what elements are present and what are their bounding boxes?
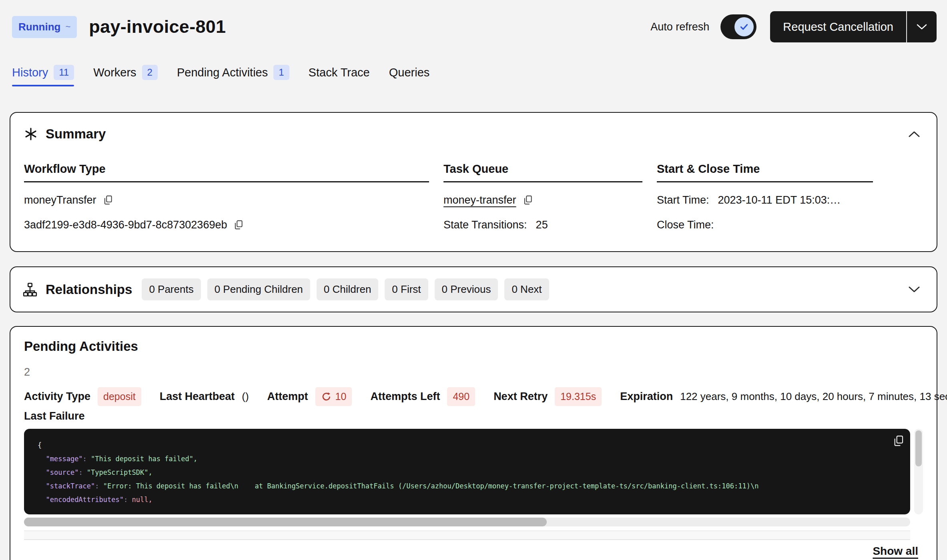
task-queue-column: Task Queue money-transfer State Transiti… bbox=[443, 162, 642, 232]
chevron-down-icon bbox=[916, 23, 928, 30]
tab-workers[interactable]: Workers2 bbox=[93, 65, 158, 86]
copy-icon bbox=[893, 434, 905, 447]
workflow-type-header: Workflow Type bbox=[24, 162, 429, 182]
pending-activities-count: 2 bbox=[24, 366, 923, 378]
code-token: "encodedAttributes" bbox=[46, 496, 123, 504]
code-token: "stackTrace" bbox=[46, 482, 95, 490]
tab-label: Pending Activities bbox=[177, 66, 268, 79]
code-vertical-scrollbar[interactable] bbox=[914, 429, 923, 514]
check-icon bbox=[738, 21, 750, 32]
tab-label: Stack Trace bbox=[309, 66, 370, 79]
tab-label: Workers bbox=[93, 66, 136, 79]
last-failure-code-block: { "message": "This deposit has failed", … bbox=[24, 429, 910, 514]
field-next-retry: Next Retry19.315s bbox=[494, 387, 602, 406]
code-token bbox=[38, 455, 46, 463]
field-label: Next Retry bbox=[494, 390, 548, 403]
copy-icon bbox=[103, 194, 113, 206]
relationship-badge-0-previous: 0 Previous bbox=[435, 278, 498, 300]
field-last-heartbeat: Last Heartbeat() bbox=[160, 390, 249, 403]
tab-label: History bbox=[12, 66, 48, 79]
tab-count-badge: 1 bbox=[273, 65, 289, 80]
task-queue-header: Task Queue bbox=[443, 162, 642, 182]
workflow-type-column: Workflow Type moneyTransfer 3adf2199-e3d… bbox=[24, 162, 429, 232]
field-label: Attempts Left bbox=[370, 390, 440, 403]
field-label: Attempt bbox=[267, 390, 308, 403]
field-value: 19.315s bbox=[560, 391, 596, 402]
code-token: : bbox=[83, 455, 91, 463]
code-token: : bbox=[78, 468, 86, 476]
chevron-down-icon bbox=[908, 286, 921, 294]
horizontal-scrollbar-thumb[interactable] bbox=[24, 518, 547, 526]
field-value: () bbox=[242, 390, 249, 403]
code-line: { bbox=[38, 438, 897, 452]
status-label: Running bbox=[18, 21, 60, 33]
summary-title: Summary bbox=[46, 126, 106, 142]
workflow-run-id: 3adf2199-e3d8-4936-9bd7-8c87302369eb bbox=[24, 219, 227, 231]
field-label: Last Heartbeat bbox=[160, 390, 235, 403]
status-pulse-icon: ~ bbox=[65, 22, 70, 32]
copy-workflow-type-button[interactable] bbox=[103, 194, 113, 206]
field-value: 490 bbox=[453, 391, 469, 402]
workflow-type-value: moneyTransfer bbox=[24, 194, 96, 206]
field-activity-type: Activity Typedeposit bbox=[24, 387, 141, 406]
relationship-badges: 0 Parents0 Pending Children0 Children0 F… bbox=[142, 278, 549, 300]
relationships-card: Relationships 0 Parents0 Pending Childre… bbox=[10, 266, 937, 312]
summary-columns: Workflow Type moneyTransfer 3adf2199-e3d… bbox=[24, 162, 925, 232]
retry-icon bbox=[321, 391, 332, 402]
copy-task-queue-button[interactable] bbox=[523, 194, 533, 206]
code-line: "encodedAttributes": null, bbox=[38, 493, 897, 506]
field-value: 10 bbox=[335, 391, 347, 402]
last-failure-code-wrap: { "message": "This deposit has failed", … bbox=[24, 429, 923, 514]
relationships-collapse-toggle[interactable] bbox=[908, 286, 921, 294]
pending-activities-card: Pending Activities 2 Activity Typedeposi… bbox=[10, 326, 937, 560]
chevron-up-icon bbox=[908, 130, 921, 138]
vertical-scrollbar-thumb[interactable] bbox=[915, 430, 922, 466]
sitemap-icon bbox=[22, 282, 38, 297]
code-token: null, bbox=[132, 496, 152, 504]
tab-stack-trace[interactable]: Stack Trace bbox=[309, 65, 370, 86]
tab-history[interactable]: History11 bbox=[12, 65, 74, 86]
start-time-value: 2023-10-11 EDT 15:03:… bbox=[718, 194, 841, 206]
show-all-link[interactable]: Show all bbox=[873, 545, 918, 558]
tab-queries[interactable]: Queries bbox=[389, 65, 430, 86]
start-time-label: Start Time: bbox=[657, 194, 709, 206]
collapsed-activity-row bbox=[24, 530, 910, 540]
summary-header: Summary bbox=[24, 126, 925, 142]
relationship-badge-0-parents: 0 Parents bbox=[142, 278, 201, 300]
tabs: History11Workers2Pending Activities1Stac… bbox=[0, 65, 947, 86]
field-value-badge: 490 bbox=[447, 387, 475, 406]
copy-code-button[interactable] bbox=[893, 434, 905, 447]
code-token: "message" bbox=[46, 455, 82, 463]
toggle-knob bbox=[734, 17, 754, 36]
field-value: deposit bbox=[103, 391, 136, 402]
relationship-badge-0-pending-children: 0 Pending Children bbox=[207, 278, 310, 300]
tab-pending-activities[interactable]: Pending Activities1 bbox=[177, 65, 289, 86]
auto-refresh-toggle[interactable] bbox=[720, 14, 756, 39]
show-all-row: Show all bbox=[24, 545, 923, 558]
code-token: { bbox=[38, 441, 42, 449]
field-value-badge: deposit bbox=[98, 387, 141, 406]
code-token bbox=[38, 496, 46, 504]
code-line: "message": "This deposit has failed", bbox=[38, 452, 897, 466]
relationship-badge-0-next: 0 Next bbox=[504, 278, 549, 300]
request-cancellation-button[interactable]: Request Cancellation bbox=[770, 11, 937, 42]
field-attempt: Attempt10 bbox=[267, 387, 352, 406]
copy-run-id-button[interactable] bbox=[233, 219, 244, 230]
close-time-label: Close Time: bbox=[657, 219, 714, 231]
cancel-menu-caret[interactable] bbox=[907, 11, 937, 42]
last-failure-label: Last Failure bbox=[24, 410, 923, 422]
field-label: Expiration bbox=[620, 390, 673, 403]
time-column: Start & Close Time Start Time: 2023-10-1… bbox=[657, 162, 873, 232]
tab-count-badge: 2 bbox=[142, 65, 158, 80]
task-queue-link[interactable]: money-transfer bbox=[443, 194, 516, 206]
summary-card: Summary Workflow Type moneyTransfer 3adf… bbox=[10, 112, 937, 252]
relationship-badge-0-children: 0 Children bbox=[317, 278, 379, 300]
code-horizontal-scrollbar[interactable] bbox=[24, 518, 910, 526]
field-attempts-left: Attempts Left490 bbox=[370, 387, 475, 406]
copy-icon bbox=[523, 194, 533, 206]
state-transitions-label: State Transitions: bbox=[443, 219, 527, 231]
pending-activities-title: Pending Activities bbox=[24, 339, 923, 354]
code-token: : bbox=[124, 496, 132, 504]
summary-collapse-toggle[interactable] bbox=[908, 130, 921, 138]
tab-count-badge: 11 bbox=[54, 65, 74, 80]
